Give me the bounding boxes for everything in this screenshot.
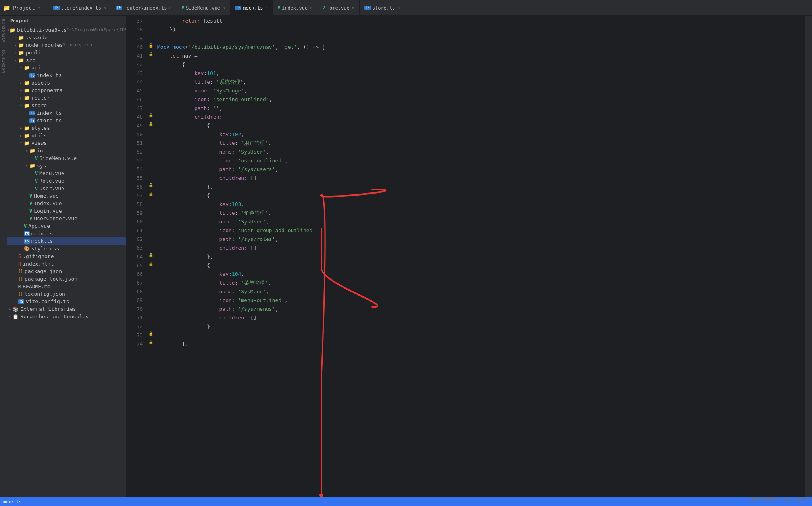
tree-item-login-vue[interactable]: VLogin.vue: [7, 207, 126, 215]
line-number-41: 41: [126, 52, 143, 60]
ts-tab-icon: TS: [364, 6, 371, 10]
tab-close-sidemenu-vue[interactable]: ×: [223, 6, 225, 10]
tab-close-home-vue[interactable]: ×: [352, 6, 354, 10]
tree-item-vscode[interactable]: ▸📁.vscode: [7, 34, 126, 41]
tree-item-home-vue[interactable]: VHome.vue: [7, 192, 126, 200]
gutter: 🔓🔓🔓🔒🔒🔓🔒🔓🔒🔒: [146, 16, 154, 497]
tab-label-mock-ts: mock.ts: [243, 5, 263, 11]
tab-store-ts[interactable]: TS store.ts ×: [360, 0, 405, 15]
tab-close-index-vue[interactable]: ×: [310, 6, 312, 10]
code-line-50: key:102,: [157, 130, 805, 139]
tree-arrow-vscode: ▸: [13, 35, 18, 40]
code-content[interactable]: return Result }) Mock.mock('/bilibili-ap…: [154, 16, 805, 497]
tree-item-app-vue[interactable]: VApp.vue: [7, 222, 126, 230]
tree-item-api-index[interactable]: TSindex.ts: [7, 71, 126, 79]
tree-item-utils[interactable]: ▸📁utils: [7, 132, 126, 139]
gutter-icon-57: 🔓: [148, 192, 153, 196]
tree-arrow-scratches: ▸: [7, 314, 13, 319]
gutter-icon-73: 🔒: [148, 331, 153, 336]
gutter-54: [146, 164, 154, 173]
structure-tab[interactable]: Structure: [0, 16, 7, 46]
tree-item-styles[interactable]: ▸📁styles: [7, 124, 126, 132]
tree-item-store[interactable]: ▾📁store: [7, 102, 126, 109]
tree-label-api-index: index.ts: [37, 72, 62, 78]
tree-item-sidemenu[interactable]: VSideMenu.vue: [7, 154, 126, 162]
tree-label-store: store: [31, 102, 47, 108]
tree-file-icon-scratches: 📋: [13, 314, 19, 319]
tree-label-sidemenu: SideMenu.vue: [39, 155, 77, 161]
tree-file-icon-user-vue: V: [35, 186, 38, 191]
tree-item-usercenter-vue[interactable]: VUserCenter.vue: [7, 215, 126, 222]
tree-item-inc[interactable]: ▾📁inc: [7, 147, 126, 154]
gutter-74: 🔒: [146, 339, 154, 348]
tab-mock-ts[interactable]: TS mock.ts ×: [230, 0, 273, 15]
gutter-38: [146, 25, 154, 33]
tree-item-store-index[interactable]: TSindex.ts: [7, 109, 126, 117]
line-number-60: 60: [126, 217, 143, 226]
code-line-61: icon: 'user-group-add-outlined',: [157, 226, 805, 235]
tree-file-icon-package-json: {}: [18, 269, 23, 273]
tab-router-index[interactable]: TS router\index.ts ×: [111, 0, 177, 15]
tree-file-icon-styles: 📁: [24, 125, 30, 131]
tree-label-router: router: [31, 95, 50, 101]
tab-index-vue[interactable]: V Index.vue ×: [273, 0, 318, 15]
tree-item-vite-config[interactable]: TSvite.config.ts: [7, 298, 126, 305]
tree-item-ext-libs[interactable]: ▸📚External Libraries: [7, 305, 126, 313]
line-number-64: 64: [126, 252, 143, 261]
tree-item-sys[interactable]: ▾📁sys: [7, 162, 126, 169]
dropdown-arrow[interactable]: ▾: [38, 6, 40, 10]
tab-close-router-index[interactable]: ×: [169, 6, 171, 10]
tree-item-tsconfig[interactable]: {}tsconfig.json: [7, 290, 126, 298]
tree-item-style-css[interactable]: 🎨style.css: [7, 245, 126, 252]
tree-label-root: bilibili-vue3-ts: [17, 27, 67, 33]
tree-item-router[interactable]: ▸📁router: [7, 94, 126, 102]
tree-file-icon-vite-config: TS: [18, 299, 24, 304]
tree-file-icon-login-vue: V: [29, 208, 32, 214]
gutter-64: 🔒: [146, 252, 154, 260]
tree-item-public[interactable]: ▸📁public: [7, 49, 126, 56]
tree-item-node_modules[interactable]: ▸📁node_modules library root: [7, 41, 126, 49]
tree-item-scratches[interactable]: ▸📋Scratches and Consoles: [7, 313, 126, 320]
tree-item-index-vue[interactable]: VIndex.vue: [7, 200, 126, 207]
tree-item-gitignore[interactable]: G.gitignore: [7, 252, 126, 260]
tree-file-icon-usercenter-vue: V: [29, 216, 32, 221]
tree-item-readme[interactable]: MREADME.md: [7, 283, 126, 290]
tree-item-src[interactable]: ▾📁src: [7, 56, 126, 64]
tab-sidemenu-vue[interactable]: V SideMenu.vue ×: [177, 0, 230, 15]
tree-file-icon-inc: 📁: [29, 148, 35, 154]
tree-file-icon-public: 📁: [18, 50, 24, 56]
tree-label-assets: assets: [31, 80, 50, 86]
tree-item-package-lock[interactable]: {}package-lock.json: [7, 275, 126, 283]
tree-item-root[interactable]: ▾📁bilibili-vue3-ts D:\ProgramWorkSpace\I…: [7, 26, 126, 34]
gutter-43: [146, 68, 154, 77]
tree-item-assets[interactable]: ▸📁assets: [7, 79, 126, 87]
line-number-58: 58: [126, 200, 143, 209]
tree-label-src: src: [26, 57, 35, 63]
tab-label-home-vue: Home.vue: [327, 5, 350, 11]
tree-arrow-ext-libs: ▸: [7, 307, 13, 311]
tree-item-components[interactable]: ▸📁components: [7, 87, 126, 94]
tree-item-role-vue[interactable]: VRole.vue: [7, 177, 126, 185]
tree-item-menu-vue[interactable]: VMenu.vue: [7, 169, 126, 177]
vue-tab-icon: V: [278, 5, 281, 10]
tree-item-user-vue[interactable]: VUser.vue: [7, 185, 126, 192]
tree-item-package-json[interactable]: {}package.json: [7, 267, 126, 275]
tab-close-mock-ts[interactable]: ×: [266, 6, 268, 10]
tree-item-main-ts[interactable]: TSmain.ts: [7, 230, 126, 237]
tree-item-views[interactable]: ▾📁views: [7, 139, 126, 147]
tab-close-store-index[interactable]: ×: [104, 6, 106, 10]
tree-item-index-html[interactable]: Hindex.html: [7, 260, 126, 267]
tree-item-mock-ts[interactable]: TSmock.ts: [7, 237, 126, 245]
code-line-73: ]: [157, 331, 805, 340]
line-number-47: 47: [126, 104, 143, 113]
tab-home-vue[interactable]: V Home.vue ×: [317, 0, 359, 15]
code-editor[interactable]: 3738394041424344454647484950515253545556…: [126, 16, 805, 497]
tab-close-store-ts[interactable]: ×: [398, 6, 400, 10]
tab-store-index[interactable]: TS store\index.ts ×: [48, 0, 111, 15]
bookmarks-tab[interactable]: Bookmarks: [0, 46, 7, 76]
project-icon: 📁: [3, 5, 10, 11]
code-line-53: icon: 'user-outlined',: [157, 156, 805, 165]
tree-item-api[interactable]: ▾📁api: [7, 64, 126, 71]
tree-item-store-ts[interactable]: TSstore.ts: [7, 117, 126, 124]
watermark: CSDN @蓝匣子 itbluebox: [749, 496, 809, 503]
